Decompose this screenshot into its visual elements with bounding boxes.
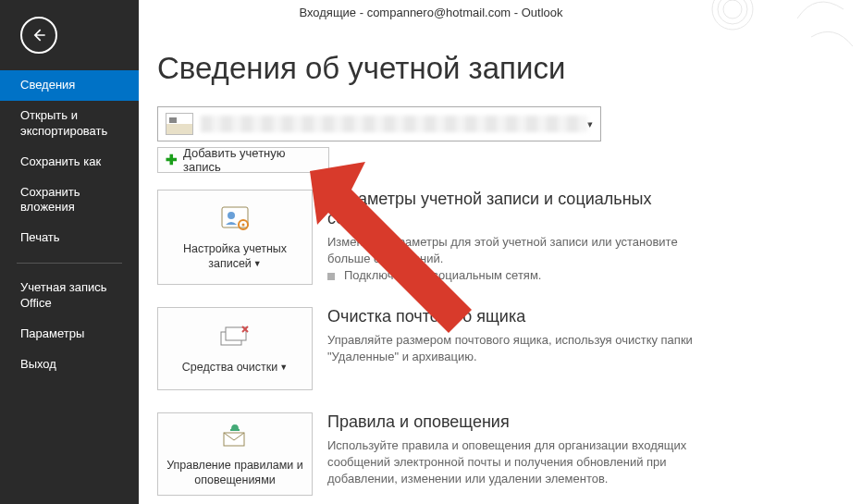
tile-account-settings[interactable]: Настройка учетных записей▼	[157, 190, 313, 285]
section-desc: Измените параметры для этой учетной запи…	[327, 234, 693, 267]
account-settings-icon	[218, 204, 252, 237]
chevron-down-icon: ▼	[253, 259, 262, 268]
chevron-down-icon: ▼	[279, 363, 288, 372]
section-sub: Подключение к социальным сетям.	[344, 268, 541, 282]
svg-point-6	[242, 224, 245, 227]
svg-rect-8	[226, 327, 246, 340]
tile-label: Управление правилами и оповещениями	[166, 459, 303, 486]
nav-item-print[interactable]: Печать	[0, 223, 139, 253]
rules-icon	[218, 422, 252, 454]
nav-item-save-attachments[interactable]: Сохранить вложения	[0, 178, 139, 224]
back-button[interactable]	[20, 17, 57, 54]
tile-cleanup-tools[interactable]: Средства очистки▼	[157, 307, 313, 390]
nav-item-options[interactable]: Параметры	[0, 319, 139, 350]
tile-rules-alerts[interactable]: Управление правилами и оповещениями	[157, 412, 313, 496]
section-desc: Используйте правила и оповещения для орг…	[327, 437, 693, 488]
backstage-sidebar: Сведения Открыть и экспортировать Сохран…	[0, 0, 139, 504]
back-arrow-icon	[30, 26, 48, 44]
tile-label: Средства очистки	[182, 361, 277, 374]
account-selector[interactable]: ▾	[157, 106, 601, 141]
svg-rect-10	[230, 429, 240, 431]
section-title: Параметры учетной записи и социальных се…	[327, 190, 693, 228]
add-account-label: Добавить учетную запись	[183, 146, 321, 174]
add-account-button[interactable]: ✚ Добавить учетную запись	[157, 147, 329, 173]
page-title: Сведения об учетной записи	[157, 51, 844, 86]
section-desc: Управляйте размером почтового ящика, исп…	[327, 332, 693, 365]
bullet-icon	[327, 273, 335, 280]
section-title: Очистка почтового ящика	[327, 307, 693, 326]
main-content: Сведения об учетной записи ▾ ✚ Добавить …	[157, 51, 844, 504]
account-name-redacted	[201, 116, 587, 132]
nav-item-info[interactable]: Сведения	[0, 70, 139, 101]
chevron-down-icon: ▾	[587, 118, 593, 130]
nav-item-save-as[interactable]: Сохранить как	[0, 147, 139, 178]
nav-item-office-account[interactable]: Учетная запись Office	[0, 273, 139, 319]
tile-label: Настройка учетных записей	[183, 242, 287, 270]
nav-item-open-export[interactable]: Открыть и экспортировать	[0, 101, 139, 147]
nav-item-exit[interactable]: Выход	[0, 350, 139, 380]
svg-point-4	[228, 212, 235, 219]
plus-icon: ✚	[166, 152, 178, 168]
nav-separator	[17, 263, 122, 264]
section-title: Правила и оповещения	[327, 412, 693, 432]
cleanup-icon	[218, 323, 252, 355]
account-icon	[166, 113, 193, 135]
